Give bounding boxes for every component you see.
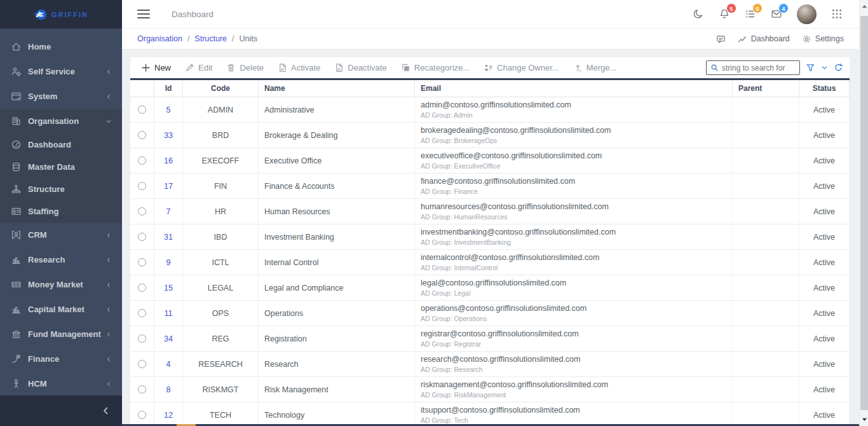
row-radio-button[interactable] [138, 233, 146, 241]
tasks-button[interactable]: 0 [745, 8, 756, 20]
sidebar-item-label: Organisation [28, 116, 105, 126]
unit-id-link[interactable]: 15 [164, 284, 173, 292]
deactivate-button[interactable]: Deactivate [327, 57, 393, 78]
id-cell: 4 [154, 352, 183, 376]
sidebar-item-finance[interactable]: Finance [0, 347, 122, 371]
unit-id-link[interactable]: 11 [165, 309, 173, 318]
sidebar-item-fund-management[interactable]: Fund Management [0, 322, 122, 347]
status-cell: Active [799, 326, 850, 351]
row-radio-button[interactable] [138, 309, 146, 317]
apps-grid-button[interactable] [831, 8, 843, 20]
sidebar-item-self-service[interactable]: Self Service [0, 59, 122, 84]
row-radio-button[interactable] [138, 360, 146, 368]
scrollbar-thumb[interactable] [860, 16, 868, 410]
unit-id-link[interactable]: 8 [166, 385, 171, 394]
change-owner-button[interactable]: Change Owner... [477, 57, 566, 78]
refresh-icon[interactable] [834, 63, 843, 72]
dark-mode-toggle[interactable] [693, 8, 704, 20]
unit-id-link[interactable]: 5 [166, 106, 171, 114]
parent-cell [733, 326, 799, 351]
topbar: Dashboard 5 0 4 [122, 0, 859, 29]
breadcrumb-structure[interactable]: Structure [194, 34, 227, 43]
column-header-id[interactable]: Id [154, 80, 183, 97]
row-radio-button[interactable] [138, 207, 146, 216]
search-input[interactable] [722, 64, 796, 72]
scroll-down-arrow-icon[interactable] [860, 415, 868, 423]
sidebar-item-home[interactable]: Home [0, 34, 122, 59]
sidebar-item-research[interactable]: Research [0, 247, 122, 272]
row-radio-button[interactable] [138, 385, 146, 394]
feedback-button[interactable] [716, 34, 726, 44]
messages-button[interactable]: 4 [771, 8, 782, 20]
column-header-parent[interactable]: Parent [733, 80, 799, 97]
row-radio-button[interactable] [138, 182, 146, 190]
row-radio-button[interactable] [138, 131, 146, 139]
user-avatar[interactable] [797, 4, 817, 24]
edit-button[interactable]: Edit [178, 57, 219, 78]
status-cell: Active [799, 174, 850, 198]
sidebar-item-system[interactable]: System [0, 84, 122, 109]
unit-id-link[interactable]: 9 [166, 258, 171, 267]
chevron-left-icon [105, 68, 112, 76]
dashboard-icon [11, 139, 22, 150]
notifications-button[interactable]: 5 [719, 8, 730, 20]
sidebar-item-crm[interactable]: CRM [0, 223, 122, 247]
unit-id-link[interactable]: 17 [164, 182, 173, 191]
recategorize-icon [401, 63, 410, 72]
email-cell: executiveoffice@contoso.griffinsolutions… [415, 148, 733, 173]
toolbar-button-label: Activate [291, 63, 320, 72]
recategorize-button[interactable]: Recategorize... [394, 57, 477, 78]
master-data-icon [11, 161, 22, 172]
delete-button[interactable]: Delete [219, 57, 271, 78]
filter-icon[interactable] [806, 63, 815, 72]
email-cell: registrar@contoso.griffinsolutionslimite… [415, 326, 733, 351]
unit-id-link[interactable]: 4 [166, 360, 171, 369]
sidebar-item-label: CRM [28, 230, 105, 240]
column-header-name[interactable]: Name [259, 80, 415, 97]
breadcrumb-organisation[interactable]: Organisation [137, 34, 182, 43]
dashboard-action-button[interactable]: Dashboard [738, 34, 790, 44]
sidebar-item-capital-market[interactable]: Capital Market [0, 297, 122, 322]
filter-chevron-down-icon[interactable] [821, 64, 828, 71]
sidebar-collapse-icon[interactable] [100, 406, 111, 416]
sidebar-item-staffing[interactable]: Staffing [0, 200, 122, 223]
unit-id-link[interactable]: 34 [164, 334, 173, 343]
unit-id-link[interactable]: 16 [164, 156, 173, 165]
settings-button[interactable]: Settings [802, 34, 844, 44]
page-title: Dashboard [172, 10, 214, 19]
name-cell: Research [259, 352, 415, 376]
column-header-select[interactable] [130, 80, 154, 97]
sidebar-item-hcm[interactable]: HCM [0, 371, 122, 396]
unit-id-link[interactable]: 12 [164, 411, 173, 420]
row-radio-button[interactable] [138, 106, 146, 114]
sidebar-item-master-data[interactable]: Master Data [0, 156, 122, 178]
unit-id-link[interactable]: 33 [164, 131, 173, 140]
sidebar-logo[interactable]: GRIFFIN [0, 0, 122, 29]
sidebar-item-organisation[interactable]: Organisation [0, 109, 122, 134]
status-cell: Active [799, 148, 850, 173]
unit-id-link[interactable]: 31 [164, 233, 173, 242]
column-header-status[interactable]: Status [799, 80, 850, 97]
email-cell: internalcontrol@contoso.griffinsolutions… [415, 250, 733, 275]
row-radio-button[interactable] [138, 258, 146, 266]
vertical-scrollbar[interactable] [859, 0, 868, 426]
parent-cell [733, 224, 799, 249]
hamburger-menu-icon[interactable] [137, 10, 150, 18]
row-radio-button[interactable] [138, 334, 146, 343]
sidebar-item-dashboard[interactable]: Dashboard [0, 134, 122, 156]
column-header-email[interactable]: Email [415, 80, 733, 97]
activate-button[interactable]: Activate [271, 57, 327, 78]
chevron-left-icon [105, 306, 112, 313]
row-radio-button[interactable] [138, 284, 146, 292]
search-area [706, 60, 850, 75]
unit-id-link[interactable]: 7 [166, 207, 171, 216]
column-header-code[interactable]: Code [183, 80, 259, 97]
merge-button[interactable]: Merge... [566, 57, 624, 78]
scroll-up-arrow-icon[interactable] [860, 2, 868, 11]
row-radio-button[interactable] [138, 411, 146, 419]
sidebar-item-structure[interactable]: Structure [0, 178, 122, 200]
sidebar-item-money-market[interactable]: Money Market [0, 272, 122, 297]
row-radio-button[interactable] [138, 156, 146, 165]
name-cell: Executive Office [259, 148, 415, 173]
new-button[interactable]: New [134, 57, 178, 78]
